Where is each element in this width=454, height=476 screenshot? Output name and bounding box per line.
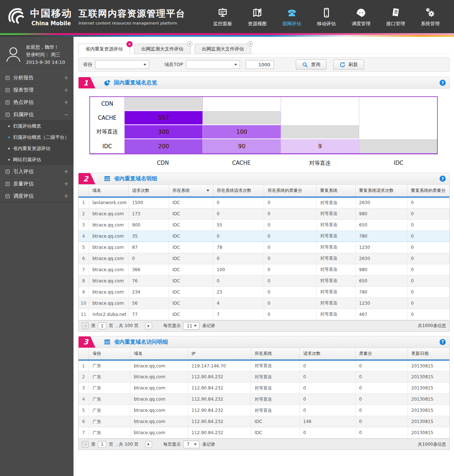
row-number-cell: 5 bbox=[79, 242, 89, 253]
brand-cn: 中国移动 bbox=[30, 7, 72, 20]
sidebar-item[interactable]: 分析报告+ bbox=[0, 72, 74, 84]
table-cell: 366 bbox=[128, 264, 169, 275]
sidebar-item[interactable]: 报表管理+ bbox=[0, 84, 74, 96]
table-row[interactable]: 1广东btrace.qq.com119.147.146.70对等直连002013… bbox=[79, 360, 449, 371]
sidebar-item[interactable]: 质量评估+ bbox=[0, 178, 74, 190]
nav-item-headset[interactable]: 调度管理 bbox=[345, 6, 377, 27]
help-icon[interactable]: ? bbox=[440, 339, 446, 345]
nav-item-map[interactable]: 资源视图 bbox=[241, 6, 273, 27]
table-row[interactable]: 4广东btrace.qq.com112.90.84.232对等直连0020130… bbox=[79, 394, 449, 405]
next-page-button[interactable] bbox=[145, 322, 152, 329]
refresh-button[interactable]: 刷新 bbox=[333, 60, 364, 70]
matrix-col-label: 对等直连 bbox=[281, 160, 359, 167]
per-page-select[interactable]: 7 bbox=[183, 441, 200, 448]
table-row[interactable]: 1lanlanwork.com1500IDC00对等直连26300 bbox=[79, 197, 449, 208]
table-row[interactable]: 7btrace.qq.com366IDC1000对等直连9800 bbox=[79, 264, 449, 275]
sidebar-item[interactable]: 调度评估+ bbox=[0, 190, 74, 202]
nav-item-label: 移动评估 bbox=[317, 21, 336, 27]
table-cell: 20130815 bbox=[408, 416, 449, 427]
doc-icon bbox=[5, 181, 10, 186]
doc-icon bbox=[5, 169, 10, 174]
table-row[interactable]: 6btrace.qq.com0IDC00对等直连26300 bbox=[79, 253, 449, 264]
doc-icon bbox=[5, 100, 10, 105]
nav-item-label: 调度管理 bbox=[352, 21, 370, 27]
table-row[interactable]: 8btrace.qq.com76IDC00对等直连6500 bbox=[79, 275, 449, 286]
tab[interactable]: 出网监测大文件评估× bbox=[134, 44, 191, 54]
sidebar-subitem[interactable]: 网站归属评估 bbox=[0, 154, 74, 166]
page-number-box[interactable]: 1 bbox=[98, 322, 106, 329]
table-row[interactable]: 2btrace.qq.com173IDC00对等直连9800 bbox=[79, 208, 449, 219]
map-icon bbox=[252, 7, 263, 18]
table-cell: 0 bbox=[264, 208, 316, 219]
close-icon[interactable]: × bbox=[187, 41, 192, 47]
prev-page-button[interactable] bbox=[82, 322, 89, 329]
page-number-box[interactable]: 1 bbox=[98, 441, 106, 448]
table-row[interactable]: 5btrace.qq.com87IDC780对等直连12300 bbox=[79, 242, 449, 253]
nav-item-document[interactable]: 接口管理 bbox=[380, 6, 411, 27]
nav-item-mobile[interactable]: 移动评估 bbox=[311, 6, 342, 27]
table-cell: 0 bbox=[355, 394, 408, 405]
headset-icon bbox=[356, 7, 366, 18]
row-number-cell: 6 bbox=[79, 416, 89, 427]
table-row[interactable]: 11infoc2.duba.net77IDC70对等直连4670 bbox=[79, 309, 449, 320]
table-cell: 0 bbox=[264, 286, 316, 298]
sidebar-subitem[interactable]: 归属评估概览 bbox=[0, 121, 74, 132]
column-header[interactable]: 所在系统 bbox=[169, 185, 213, 197]
nav-item-phone[interactable]: 固网评估 bbox=[276, 6, 308, 27]
top-count-input[interactable] bbox=[246, 60, 274, 69]
table-row[interactable]: 10btrace.qq.com56IDC40对等直连12300 bbox=[79, 298, 449, 309]
table-cell: 0 bbox=[299, 427, 355, 438]
table-cell: btrace.qq.com bbox=[89, 298, 128, 309]
nav-item-gear[interactable]: 系统管理 bbox=[414, 6, 446, 27]
sidebar-item[interactable]: 引入评估+ bbox=[0, 166, 74, 178]
table-cell: 0 bbox=[299, 405, 355, 416]
tab[interactable]: 省内重复资源评估× bbox=[78, 44, 130, 54]
page-prefix-label: 第 bbox=[91, 441, 95, 448]
sidebar-subitem[interactable]: 省内重复资源评估 bbox=[0, 143, 74, 154]
close-icon[interactable]: × bbox=[126, 41, 133, 47]
per-page-select[interactable]: 11 bbox=[183, 322, 200, 330]
duplicate-domain-matrix: CDNCACHE557对等直连300100IDC200909 CDNCACHE对… bbox=[89, 96, 438, 167]
query-button[interactable]: 查询 bbox=[296, 60, 326, 70]
next-page-button[interactable] bbox=[145, 441, 152, 448]
table-row[interactable]: 5广东btrace.qq.com112.90.84.232对等直连0020130… bbox=[79, 405, 449, 416]
domain-top-select[interactable] bbox=[186, 60, 240, 69]
pie-chart-icon bbox=[104, 79, 111, 86]
china-mobile-logo-icon bbox=[6, 6, 27, 27]
page: 中国移动 China Mobile 互联网内容资源管理平台 Internet c… bbox=[0, 0, 454, 476]
table-cell: btrace.qq.com bbox=[130, 394, 188, 405]
row-number-header bbox=[79, 348, 89, 360]
table-row[interactable]: 4btrace.qq.com35IDC00对等直连7800 bbox=[79, 230, 449, 242]
table-row[interactable]: 9btrace.qq.com234IDC230对等直连7800 bbox=[79, 286, 449, 298]
column-header: 请求次数 bbox=[128, 185, 169, 197]
table-row[interactable]: 6广东btrace.qq.com112.90.84.232IDC14602013… bbox=[79, 416, 449, 427]
province-select[interactable] bbox=[95, 60, 149, 69]
help-icon[interactable]: ? bbox=[440, 176, 446, 182]
sidebar-item[interactable]: 归属评估− bbox=[0, 109, 74, 121]
table-cell: 0 bbox=[355, 405, 408, 416]
sidebar-menu: 分析报告+报表管理+热点评估+归属评估−归属评估概览归属评估概览（二级平台）省内… bbox=[0, 72, 74, 202]
table-row[interactable]: 3广东btrace.qq.com112.90.84.232对等直连0020130… bbox=[79, 383, 449, 394]
table-cell: 0 bbox=[355, 360, 408, 371]
tab[interactable]: 出网监测大文件评估× bbox=[195, 44, 251, 54]
table-cell: 0 bbox=[128, 253, 169, 264]
pages-total-label: 页 ，共 100 页 bbox=[109, 441, 138, 448]
row-number-cell: 5 bbox=[79, 405, 89, 416]
table-cell: 1230 bbox=[355, 298, 407, 309]
table-cell: 0 bbox=[264, 298, 316, 309]
chevron-down-icon bbox=[234, 64, 237, 66]
sidebar-item[interactable]: 热点评估+ bbox=[0, 96, 74, 109]
sidebar-subitem[interactable]: 归属评估概览（二级平台） bbox=[0, 132, 74, 143]
prev-page-button[interactable] bbox=[82, 441, 89, 448]
table-cell: 对等直连 bbox=[251, 394, 299, 405]
table-cell: 0 bbox=[407, 264, 449, 275]
page-prefix-label: 第 bbox=[91, 323, 95, 329]
table-row[interactable]: 2广东btrace.qq.com112.90.84.232对等直连0020130… bbox=[79, 371, 449, 383]
close-icon[interactable]: × bbox=[248, 41, 253, 47]
help-icon[interactable]: ? bbox=[440, 80, 446, 86]
row-number-cell: 7 bbox=[79, 264, 89, 275]
table-cell: 780 bbox=[355, 230, 407, 242]
table-row[interactable]: 7广东btrace.qq.com112.90.84.232IDC00201308… bbox=[79, 427, 449, 438]
table-row[interactable]: 3btrace.qq.com900IDC550对等直连6500 bbox=[79, 219, 449, 230]
nav-item-dashboard[interactable]: 监控面板 bbox=[207, 6, 239, 27]
